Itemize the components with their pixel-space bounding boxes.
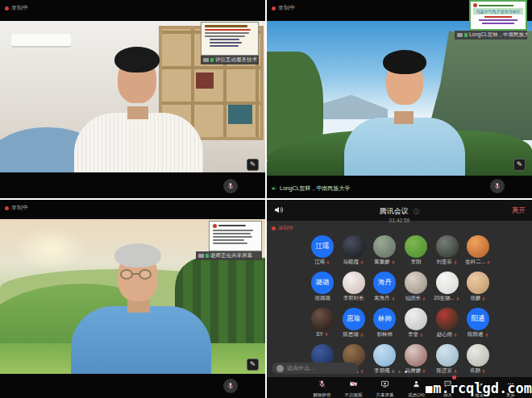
participant-tile[interactable]: 李阳 (401, 235, 431, 268)
participant-tile[interactable]: 思瑜陈思瑜 (339, 308, 369, 341)
watermark: ◼m.rcqlgd.com (425, 380, 532, 396)
participant-name: 张媛 (470, 295, 480, 302)
video-window-top-right: 录制中 与远大气电子创业与成长 (267, 0, 532, 198)
page-dot-active[interactable] (405, 371, 407, 373)
participant-tile[interactable]: SY (307, 308, 338, 341)
page-dot[interactable] (411, 371, 414, 373)
muted-mic-button[interactable] (223, 379, 238, 393)
share-caption: LongCL贺林，中南民族大... (455, 31, 527, 39)
participant-tile[interactable]: 仙团长 (401, 272, 431, 305)
glasses-icon (139, 269, 152, 280)
participant-tile[interactable]: 20生物... (432, 272, 463, 305)
meeting-duration: 01:42:59 (267, 218, 532, 223)
participant-tile[interactable]: 刘亚菲 (432, 235, 463, 268)
page-dot[interactable] (385, 371, 388, 373)
video-window-top-left: 录制中 评估互动服务技术 (0, 0, 265, 198)
toolbar-label: 开启视频 (345, 392, 363, 398)
share-caption-text: LongCL贺林，中南民族大... (469, 31, 527, 39)
participant-label: 陈思瑜 (343, 331, 364, 338)
participant-tile[interactable]: 赵心雨 (432, 308, 463, 341)
person-hair (383, 50, 426, 74)
share-caption: 老师正在共享屏幕 (196, 251, 262, 260)
participant-label: 张璐璐 (314, 295, 330, 302)
participant-label: 李堂 (408, 331, 424, 338)
leave-button[interactable]: 离开 (512, 206, 526, 216)
toolbar-label: 解除静音 (314, 392, 331, 398)
person-hair (114, 243, 161, 267)
page-dot[interactable] (392, 371, 394, 373)
avatar: 海丹 (373, 272, 396, 294)
muted-mic-badge-icon (419, 333, 424, 338)
video-window-bottom-left: 录制中 (0, 200, 265, 398)
avatar (436, 344, 459, 367)
participant-tile[interactable]: 张媛 (463, 272, 493, 305)
recording-status: 录制中 (272, 225, 294, 232)
participant-tile[interactable]: 江瑶江瑶 (307, 235, 338, 268)
avatar (373, 344, 396, 367)
participant-label: 袁海丹 (374, 295, 396, 302)
speaking-icon (271, 185, 277, 192)
participant-tile[interactable]: 黄馨媛 (369, 235, 400, 268)
participant-name: 陈阳通 (468, 331, 484, 338)
shared-document-preview (201, 22, 259, 56)
participant-tile[interactable]: 林帅郭林帅 (369, 308, 400, 341)
participant-name: 赵心雨 (436, 331, 452, 338)
share-caption: 评估互动服务技术 (201, 56, 259, 64)
toolbar-camera-off-button[interactable]: 开启视频 (342, 377, 366, 398)
muted-mic-button[interactable] (490, 179, 505, 193)
toolbar-share-screen-button[interactable]: 共享屏幕 (373, 377, 397, 398)
members-icon (412, 377, 421, 392)
info-icon[interactable]: ⓘ (414, 208, 419, 216)
annotation-pencil-icon[interactable]: ✎ (247, 359, 259, 371)
participant-tile[interactable]: 璐璐张璐璐 (307, 272, 338, 305)
participant-name: 20生物... (434, 295, 455, 302)
toolbar-mic-off-button[interactable]: 解除静音 (310, 377, 335, 398)
shared-document-preview (209, 221, 262, 251)
participants-grid: 江瑶江瑶马晓霞黄馨媛李阳刘亚菲生科二...璐璐张璐璐李双时长海丹袁海丹仙团长20… (307, 235, 494, 377)
mic-active-icon (210, 58, 214, 62)
participant-tile[interactable]: 李堂 (401, 308, 431, 341)
person-torso (344, 118, 465, 176)
camera-icon (198, 254, 204, 258)
participant-tile[interactable]: 生科二... (463, 235, 493, 268)
active-speaker-text: LongCL贺林，中南民族大学 (280, 184, 351, 193)
avatar (405, 344, 427, 367)
camera-off-icon (349, 377, 358, 392)
slide-title: 与远大气电子创业与成长 (473, 8, 523, 15)
participant-name: 李阳 (411, 259, 422, 266)
shared-screen-thumbnail[interactable]: 与远大气电子创业与成长 LongCL贺林，中南民族大... (469, 0, 527, 39)
participant-tile[interactable]: 阳通陈阳通 (463, 308, 493, 341)
meeting-header: 腾讯会议 ⓘ 01:42:59 离开 (267, 200, 532, 221)
muted-mic-button[interactable] (223, 179, 238, 193)
shared-screen-thumbnail[interactable]: 老师正在共享屏幕 (209, 221, 262, 260)
avatar (373, 235, 396, 258)
participant-tile[interactable]: 李双时长 (339, 272, 369, 305)
participant-name: SY (316, 331, 323, 337)
shared-screen-thumbnail[interactable]: 评估互动服务技术 (201, 22, 259, 64)
annotation-pencil-icon[interactable]: ✎ (247, 159, 259, 171)
meeting-title: 腾讯会议 (380, 207, 409, 215)
mic-off-icon (318, 377, 326, 392)
muted-mic-badge-icon (326, 260, 330, 265)
participant-label: 20生物... (434, 295, 460, 302)
page-dot[interactable] (398, 371, 401, 373)
muted-mic-badge-icon (422, 296, 426, 301)
muted-mic-badge-icon (455, 296, 460, 301)
recording-status: 录制中 (272, 4, 295, 12)
participant-name: 仙团长 (405, 295, 422, 302)
participant-tile[interactable]: 海丹袁海丹 (369, 272, 400, 305)
muted-mic-badge-icon (484, 333, 489, 338)
participant-label: SY (316, 331, 329, 337)
muted-mic-badge-icon (453, 333, 458, 338)
annotation-pencil-icon[interactable]: ✎ (513, 159, 526, 171)
meeting-panel: 腾讯会议 ⓘ 01:42:59 离开 录制中 江瑶江瑶马晓霞黄馨媛李阳刘亚菲生科… (267, 200, 532, 398)
muted-mic-badge-icon (324, 332, 329, 337)
participant-name: 江瑶 (314, 259, 325, 266)
share-caption-text: 老师正在共享屏幕 (210, 252, 252, 259)
participant-label: 仙团长 (405, 295, 427, 302)
page-dots[interactable] (267, 371, 532, 373)
participant-label: 李阳 (411, 259, 422, 266)
participant-tile[interactable]: 马晓霞 (339, 235, 369, 268)
participant-name: 刘亚菲 (436, 259, 452, 266)
avatar: 思瑜 (343, 308, 365, 330)
